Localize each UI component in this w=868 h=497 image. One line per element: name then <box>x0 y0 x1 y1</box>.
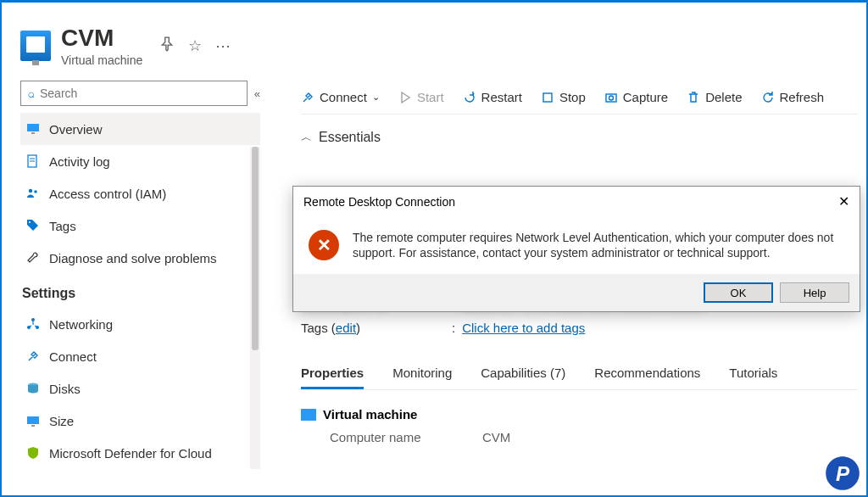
nav-label: Microsoft Defender for Cloud <box>49 446 212 461</box>
svg-rect-0 <box>27 124 39 131</box>
dialog-message: The remote computer requires Network Lev… <box>353 230 844 260</box>
page-title: CVM <box>61 25 142 52</box>
refresh-icon <box>761 91 775 104</box>
log-icon <box>25 154 41 169</box>
tags-edit-link[interactable]: edit <box>336 321 356 335</box>
nav-size[interactable]: Size <box>20 405 260 437</box>
network-icon <box>25 316 41 332</box>
nav-label: Diagnose and solve problems <box>49 251 217 265</box>
svg-point-7 <box>29 221 31 223</box>
nav-label: Tags <box>49 219 76 233</box>
connect-label: Connect <box>320 90 367 104</box>
sidebar-scrollbar[interactable] <box>250 147 260 469</box>
star-icon[interactable]: ☆ <box>188 36 202 55</box>
search-icon: ⌕ <box>28 87 35 100</box>
restart-icon <box>463 91 476 104</box>
refresh-label: Refresh <box>780 90 825 104</box>
restart-button[interactable]: Restart <box>463 90 522 104</box>
tags-label: Tags (edit) <box>301 321 452 335</box>
svg-point-8 <box>31 318 35 321</box>
sidebar: ⌕ « Overview Activity log Access control… <box>2 75 260 487</box>
nav-connect[interactable]: Connect <box>20 340 260 372</box>
tab-properties[interactable]: Properties <box>301 359 364 389</box>
play-icon <box>398 91 412 104</box>
tab-monitoring[interactable]: Monitoring <box>392 359 452 389</box>
pin-icon[interactable] <box>159 36 175 56</box>
delete-label: Delete <box>705 90 742 104</box>
svg-text:P: P <box>836 462 850 485</box>
svg-point-6 <box>34 190 37 193</box>
vm-section-heading: Virtual machine <box>301 407 858 422</box>
restart-label: Restart <box>481 90 522 104</box>
refresh-button[interactable]: Refresh <box>761 90 825 104</box>
essentials-title: Essentials <box>319 130 381 145</box>
tag-icon <box>25 218 41 233</box>
tab-recommendations[interactable]: Recommendations <box>594 359 700 389</box>
capture-icon <box>604 91 618 104</box>
scrollbar-thumb[interactable] <box>252 147 259 350</box>
watermark-icon: P <box>824 455 861 492</box>
search-box[interactable]: ⌕ <box>20 81 248 106</box>
toolbar: Connect ⌄ Start Restart Stop Capture <box>301 81 858 114</box>
resource-type-label: Virtual machine <box>61 53 142 67</box>
svg-rect-12 <box>27 416 39 424</box>
nav-tags[interactable]: Tags <box>20 209 260 242</box>
tab-capabilities[interactable]: Capabilities (7) <box>481 359 565 389</box>
shield-icon <box>25 445 41 461</box>
nav-label: Activity log <box>49 154 110 169</box>
collapse-sidebar-icon[interactable]: « <box>254 87 260 100</box>
nav-label: Networking <box>49 317 113 332</box>
capture-button[interactable]: Capture <box>604 90 668 104</box>
error-dialog: Remote Desktop Connection ✕ ✕ The remote… <box>292 186 860 312</box>
disk-icon <box>25 381 41 396</box>
tab-tutorials[interactable]: Tutorials <box>729 359 777 389</box>
vm-small-icon <box>301 409 316 421</box>
computer-name-label: Computer name <box>330 430 482 444</box>
people-icon <box>25 186 41 201</box>
svg-rect-14 <box>543 93 552 102</box>
svg-point-16 <box>609 96 613 100</box>
nav-label: Access control (IAM) <box>49 187 166 201</box>
delete-button[interactable]: Delete <box>687 90 742 104</box>
nav-label: Disks <box>49 382 81 396</box>
close-icon[interactable]: ✕ <box>838 193 849 209</box>
nav-label: Connect <box>49 349 97 364</box>
plug-icon <box>25 349 41 364</box>
nav-diagnose[interactable]: Diagnose and solve problems <box>20 242 260 274</box>
plug-icon <box>301 91 314 104</box>
wrench-icon <box>25 250 41 265</box>
nav-disks[interactable]: Disks <box>20 372 260 405</box>
nav-activity-log[interactable]: Activity log <box>20 145 260 177</box>
tags-add-link[interactable]: Click here to add tags <box>462 321 585 335</box>
trash-icon <box>687 91 700 104</box>
vm-icon <box>20 31 51 61</box>
stop-label: Stop <box>559 90 586 104</box>
nav-label: Overview <box>49 122 103 137</box>
stop-icon <box>541 91 554 104</box>
tab-bar: Properties Monitoring Capabilities (7) R… <box>301 359 858 390</box>
essentials-toggle[interactable]: ︿ Essentials <box>301 130 858 145</box>
nav-networking[interactable]: Networking <box>20 308 260 340</box>
dialog-title: Remote Desktop Connection <box>303 195 455 209</box>
error-icon: ✕ <box>309 230 339 260</box>
start-button[interactable]: Start <box>398 90 444 104</box>
nav-overview[interactable]: Overview <box>20 113 260 145</box>
ok-button[interactable]: OK <box>704 282 773 303</box>
nav-label: Size <box>49 414 74 428</box>
more-icon[interactable]: ⋯ <box>215 36 231 55</box>
help-button[interactable]: Help <box>780 282 849 303</box>
nav-access-control[interactable]: Access control (IAM) <box>20 177 260 209</box>
chevron-down-icon: ⌄ <box>372 92 380 103</box>
chevron-up-icon: ︿ <box>301 130 312 145</box>
search-input[interactable] <box>40 87 240 100</box>
stop-button[interactable]: Stop <box>541 90 586 104</box>
connect-button[interactable]: Connect ⌄ <box>301 90 380 104</box>
svg-rect-1 <box>31 132 35 134</box>
computer-name-value: CVM <box>482 430 510 444</box>
svg-point-5 <box>29 189 32 193</box>
size-icon <box>25 413 41 428</box>
settings-section-heading: Settings <box>20 274 260 308</box>
start-label: Start <box>417 90 444 104</box>
svg-rect-13 <box>31 425 35 427</box>
nav-defender[interactable]: Microsoft Defender for Cloud <box>20 437 260 469</box>
